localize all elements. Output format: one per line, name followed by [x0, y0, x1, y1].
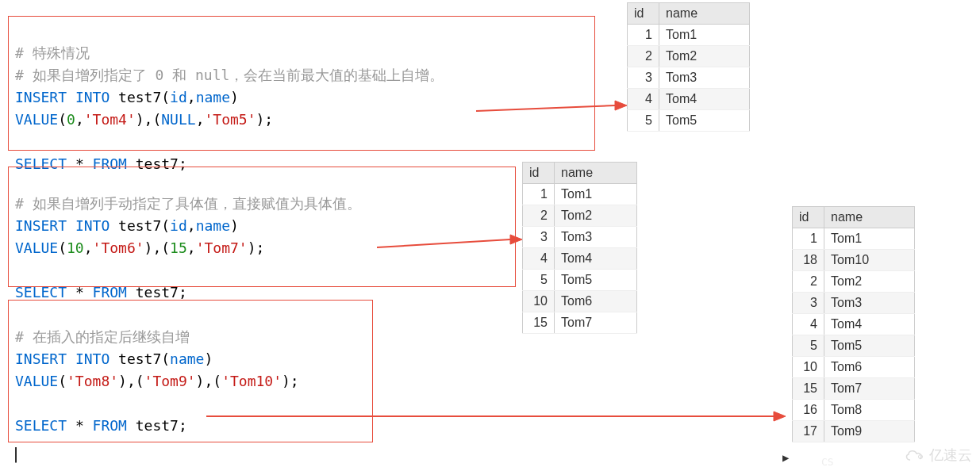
- watermark: 亿速云: [904, 446, 972, 465]
- keyword: name: [170, 350, 204, 367]
- keyword: INSERT: [15, 350, 67, 367]
- table-row: 5Tom5: [793, 335, 915, 357]
- keyword: INSERT: [15, 217, 67, 234]
- comment-line: # 特殊情况: [15, 44, 90, 61]
- svg-marker-1: [615, 101, 627, 110]
- ident: test7: [136, 284, 179, 301]
- watermark-text: 亿速云: [929, 446, 972, 465]
- table-row: 16Tom8: [793, 400, 915, 421]
- table-row: 15Tom7: [523, 312, 637, 334]
- column-header: id: [793, 207, 824, 228]
- ident: test7: [118, 217, 161, 234]
- table-row: 1Tom1: [793, 228, 915, 250]
- cs-mark: CS: [821, 456, 834, 468]
- string: 'Tom10': [221, 373, 282, 389]
- table-row: 4Tom4: [793, 314, 915, 335]
- result-table-2: id name 1Tom1 2Tom2 3Tom3 4Tom4 5Tom5 10…: [522, 162, 637, 334]
- cloud-icon: [904, 447, 926, 463]
- code-block-1: # 特殊情况 # 如果自增列指定了 0 和 null，会在当前最大值的基础上自增…: [8, 16, 595, 151]
- keyword: INTO: [75, 350, 110, 367]
- table-header-row: id name: [523, 163, 637, 184]
- number: 10: [67, 239, 84, 256]
- keyword: VALUE: [15, 373, 58, 389]
- table-row: 2Tom2: [523, 205, 637, 227]
- table-row: 3Tom3: [628, 67, 750, 89]
- keyword: INTO: [75, 89, 110, 105]
- arrow-icon: [476, 91, 627, 115]
- ident: test7: [118, 350, 161, 367]
- column-header: name: [555, 163, 637, 184]
- arrow-icon: [206, 408, 786, 424]
- keyword: FROM: [93, 284, 127, 301]
- table-row: 17Tom9: [793, 421, 915, 442]
- keyword: name: [196, 217, 230, 234]
- table-row: 10Tom6: [523, 291, 637, 312]
- keyword: id: [170, 217, 187, 234]
- comment-line: # 如果自增列手动指定了具体值，直接赋值为具体值。: [15, 195, 361, 212]
- table-row: 10Tom6: [793, 357, 915, 378]
- string: 'Tom4': [84, 111, 136, 128]
- table-row: 2Tom2: [628, 46, 750, 67]
- keyword: VALUE: [15, 111, 58, 128]
- string: 'Tom5': [204, 111, 256, 128]
- comment-line: # 如果自增列指定了 0 和 null，会在当前最大值的基础上自增。: [15, 67, 444, 83]
- result-table-3: id name 1Tom1 18Tom10 2Tom2 3Tom3 4Tom4 …: [792, 206, 915, 442]
- svg-marker-3: [510, 235, 522, 244]
- table-header-row: id name: [628, 3, 750, 25]
- string: 'Tom9': [144, 373, 196, 389]
- code-block-2: # 如果自增列手动指定了具体值，直接赋值为具体值。 INSERT INTO te…: [8, 167, 516, 287]
- result-table-1: id name 1Tom1 2Tom2 3Tom3 4Tom4 5Tom5: [627, 2, 750, 132]
- svg-line-2: [377, 239, 510, 247]
- table-row: 4Tom4: [523, 248, 637, 270]
- text-cursor: |: [11, 444, 21, 463]
- table-row: 5Tom5: [628, 110, 750, 132]
- table-row: 3Tom3: [793, 293, 915, 314]
- keyword: name: [196, 89, 230, 105]
- column-header: id: [523, 163, 555, 184]
- svg-line-0: [476, 105, 615, 111]
- number: 0: [67, 111, 75, 128]
- table-row: 18Tom10: [793, 250, 915, 271]
- column-header: name: [824, 207, 915, 228]
- ident: test7: [118, 89, 161, 105]
- table-row: 15Tom7: [793, 378, 915, 400]
- table-row: 4Tom4: [628, 89, 750, 110]
- keyword: id: [170, 89, 187, 105]
- svg-marker-5: [774, 412, 786, 421]
- table-row: 5Tom5: [523, 270, 637, 291]
- row-pointer-icon: ▶: [782, 451, 789, 464]
- keyword: VALUE: [15, 239, 58, 256]
- keyword: INTO: [75, 217, 110, 234]
- keyword: FROM: [93, 417, 127, 434]
- table-row: 3Tom3: [523, 227, 637, 248]
- string: 'Tom6': [93, 239, 144, 256]
- column-header: id: [628, 3, 659, 25]
- keyword: SELECT: [15, 284, 67, 301]
- ident: test7: [136, 417, 179, 434]
- column-header: name: [659, 3, 750, 25]
- keyword: SELECT: [15, 417, 67, 434]
- keyword: INSERT: [15, 89, 67, 105]
- table-row: 2Tom2: [793, 271, 915, 293]
- table-header-row: id name: [793, 207, 915, 228]
- string: 'Tom7': [196, 239, 248, 256]
- number: 15: [170, 239, 187, 256]
- string: 'Tom8': [67, 373, 118, 389]
- keyword: NULL: [161, 111, 195, 128]
- arrow-icon: [377, 232, 524, 255]
- table-row: 1Tom1: [523, 184, 637, 205]
- comment-line: # 在插入的指定后继续自增: [15, 328, 190, 345]
- table-row: 1Tom1: [628, 25, 750, 46]
